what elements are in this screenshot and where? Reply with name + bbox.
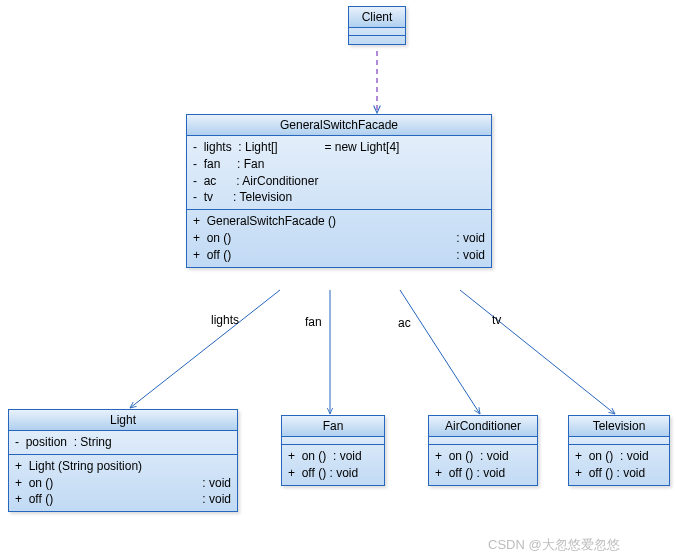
class-client: Client: [348, 6, 406, 45]
op-ret: : void: [202, 491, 231, 508]
op-row: + off (): void: [193, 247, 485, 264]
class-facade: GeneralSwitchFacade - lights : Light[] =…: [186, 114, 492, 268]
op-ret: : void: [456, 247, 485, 264]
attr-row: - fan : Fan: [193, 156, 485, 173]
op-row: + off (): void: [15, 491, 231, 508]
class-title: Client: [349, 7, 405, 28]
op-name: + on (): [193, 230, 231, 247]
class-title: AirConditioner: [429, 416, 537, 437]
svg-line-4: [460, 290, 615, 414]
op-row: + on (): void: [193, 230, 485, 247]
class-title: Television: [569, 416, 669, 437]
op-row: + on () : void: [288, 448, 378, 465]
op-row: + Light (String position): [15, 458, 231, 475]
class-section-attrs: [429, 437, 537, 445]
op-row: + on () : void: [575, 448, 663, 465]
class-fan: Fan + on () : void + off () : void: [281, 415, 385, 486]
class-section-attrs: [282, 437, 384, 445]
op-name: + off (): [193, 247, 231, 264]
class-section-ops: + Light (String position) + on (): void …: [9, 455, 237, 511]
class-section-ops: + GeneralSwitchFacade () + on (): void +…: [187, 210, 491, 266]
class-section-attrs: - lights : Light[] = new Light[4] - fan …: [187, 136, 491, 210]
class-television: Television + on () : void + off () : voi…: [568, 415, 670, 486]
edge-label-lights: lights: [211, 313, 239, 327]
op-row: + off () : void: [575, 465, 663, 482]
class-title: GeneralSwitchFacade: [187, 115, 491, 136]
class-title: Light: [9, 410, 237, 431]
attr-row: - lights : Light[] = new Light[4]: [193, 139, 485, 156]
attr-row: - ac : AirConditioner: [193, 173, 485, 190]
class-section-ops: [349, 36, 405, 44]
op-name: + GeneralSwitchFacade (): [193, 214, 336, 228]
class-section-attrs: [349, 28, 405, 36]
edge-label-fan: fan: [305, 315, 322, 329]
class-light: Light - position : String + Light (Strin…: [8, 409, 238, 512]
op-row: + on () : void: [435, 448, 531, 465]
op-ret: : void: [202, 475, 231, 492]
op-row: + GeneralSwitchFacade (): [193, 213, 485, 230]
watermark-text: CSDN @大忽悠爱忽悠: [488, 536, 620, 554]
svg-line-1: [130, 290, 280, 408]
op-name: + off (): [15, 491, 53, 508]
op-row: + off () : void: [288, 465, 378, 482]
svg-line-3: [400, 290, 480, 414]
class-airconditioner: AirConditioner + on () : void + off () :…: [428, 415, 538, 486]
class-section-attrs: - position : String: [9, 431, 237, 455]
op-row: + off () : void: [435, 465, 531, 482]
op-name: + Light (String position): [15, 459, 142, 473]
class-section-ops: + on () : void + off () : void: [282, 445, 384, 485]
class-title: Fan: [282, 416, 384, 437]
op-ret: : void: [456, 230, 485, 247]
op-row: + on (): void: [15, 475, 231, 492]
attr-row: - tv : Television: [193, 189, 485, 206]
op-name: + on (): [15, 475, 53, 492]
edge-label-tv: tv: [492, 313, 501, 327]
class-section-attrs: [569, 437, 669, 445]
class-section-ops: + on () : void + off () : void: [429, 445, 537, 485]
class-section-ops: + on () : void + off () : void: [569, 445, 669, 485]
attr-row: - position : String: [15, 434, 231, 451]
edge-label-ac: ac: [398, 316, 411, 330]
